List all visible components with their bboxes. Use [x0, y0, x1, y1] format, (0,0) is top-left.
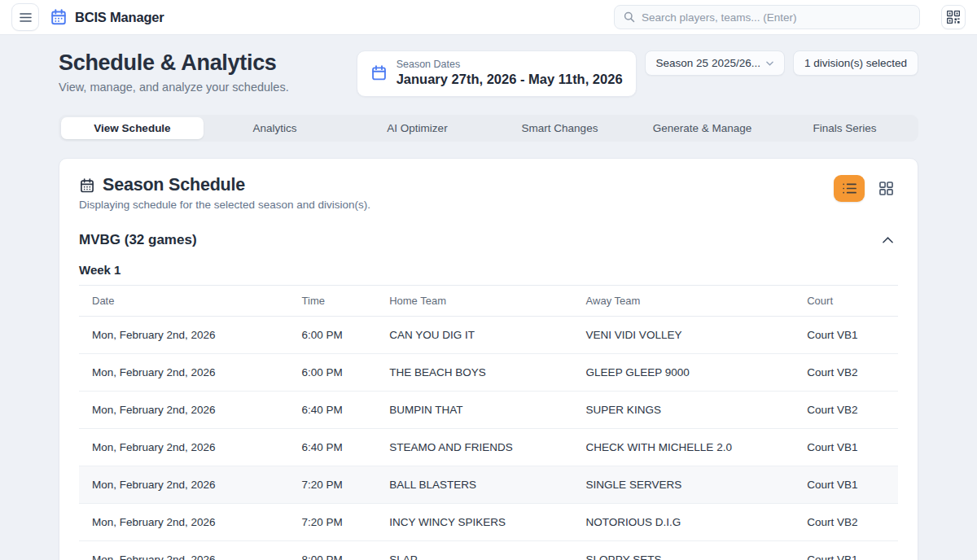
app-title: BCIS Manager — [75, 10, 164, 25]
brand: BCIS Manager — [50, 8, 164, 26]
card-title: Season Schedule — [103, 175, 245, 195]
cell-time: 8:00 PM — [289, 541, 377, 560]
table-row[interactable]: Mon, February 2nd, 2026 6:00 PM CAN YOU … — [79, 317, 898, 354]
table-row[interactable]: Mon, February 2nd, 2026 7:20 PM INCY WIN… — [79, 504, 898, 541]
chevron-up-icon — [883, 237, 893, 243]
search-input[interactable] — [642, 11, 910, 24]
tab-analytics[interactable]: Analytics — [204, 117, 346, 139]
season-select[interactable]: Season 25 2025/26... — [645, 50, 785, 76]
table-row[interactable]: Mon, February 2nd, 2026 6:40 PM STEAMO A… — [79, 429, 898, 466]
cell-away-team: VENI VIDI VOLLEY — [573, 317, 795, 354]
search-icon — [624, 11, 635, 23]
schedule-calendar-icon — [79, 177, 95, 194]
week-title: Week 1 — [79, 263, 898, 277]
cell-date: Mon, February 2nd, 2026 — [79, 466, 289, 504]
cell-date: Mon, February 2nd, 2026 — [79, 504, 289, 541]
division-select-value: 1 division(s) selected — [804, 57, 907, 69]
cell-home-team: SLAP — [376, 541, 572, 560]
cell-home-team: INCY WINCY SPIKERS — [376, 504, 572, 541]
cell-time: 6:40 PM — [289, 392, 377, 429]
list-view-button[interactable] — [834, 175, 865, 202]
cell-away-team: CHECK WITH MICHELLE 2.0 — [573, 429, 795, 466]
cell-date: Mon, February 2nd, 2026 — [79, 354, 289, 392]
table-row[interactable]: Mon, February 2nd, 2026 8:00 PM SLAP SLO… — [79, 541, 898, 560]
season-dates-value: January 27th, 2026 - May 11th, 2026 — [396, 72, 623, 87]
schedule-table: Date Time Home Team Away Team Court Mon,… — [79, 285, 898, 560]
cell-away-team: SUPER KINGS — [573, 392, 795, 429]
tab-bar: View Schedule Analytics AI Optimizer Sma… — [59, 115, 918, 142]
page-header: Schedule & Analytics View, manage, and a… — [59, 50, 289, 94]
cell-home-team: CAN YOU DIG IT — [376, 317, 572, 354]
table-row[interactable]: Mon, February 2nd, 2026 7:20 PM BALL BLA… — [79, 466, 898, 504]
app-bar: BCIS Manager — [0, 0, 977, 35]
cell-time: 7:20 PM — [289, 504, 377, 541]
chevron-down-icon — [766, 61, 773, 66]
scan-button[interactable] — [941, 5, 966, 29]
page-title: Schedule & Analytics — [59, 50, 289, 76]
cell-date: Mon, February 2nd, 2026 — [79, 541, 289, 560]
cell-home-team: BALL BLASTERS — [376, 466, 572, 504]
cell-away-team: GLEEP GLEEP 9000 — [573, 354, 795, 392]
cell-away-team: NOTORIOUS D.I.G — [573, 504, 795, 541]
hamburger-icon — [20, 12, 32, 23]
cell-away-team: SLOPPY SETS — [573, 541, 795, 560]
season-dates-calendar-icon — [370, 64, 388, 81]
division-group-title: MVBG (32 games) — [79, 232, 197, 248]
cell-away-team: SINGLE SERVERS — [573, 466, 795, 504]
cell-court: Court VB1 — [794, 429, 898, 466]
cell-court: Court VB1 — [794, 541, 898, 560]
table-row[interactable]: Mon, February 2nd, 2026 6:00 PM THE BEAC… — [79, 354, 898, 392]
cell-home-team: BUMPIN THAT — [376, 392, 572, 429]
brand-calendar-icon — [50, 8, 68, 26]
cell-court: Court VB1 — [794, 466, 898, 504]
cell-home-team: THE BEACH BOYS — [376, 354, 572, 392]
cell-court: Court VB2 — [794, 392, 898, 429]
collapse-section-button[interactable] — [878, 235, 898, 245]
grid-icon — [879, 182, 893, 195]
season-schedule-card: Season Schedule Displaying schedule for … — [59, 158, 918, 560]
col-time: Time — [289, 286, 377, 317]
cell-time: 6:40 PM — [289, 429, 377, 466]
tab-finals-series[interactable]: Finals Series — [773, 117, 916, 139]
cell-home-team: STEAMO AND FRIENDS — [376, 429, 572, 466]
col-home-team: Home Team — [376, 286, 572, 317]
cell-date: Mon, February 2nd, 2026 — [79, 317, 289, 354]
tab-smart-changes[interactable]: Smart Changes — [488, 117, 631, 139]
cell-time: 6:00 PM — [289, 354, 377, 392]
cell-court: Court VB1 — [794, 317, 898, 354]
tab-view-schedule[interactable]: View Schedule — [61, 117, 204, 139]
menu-button[interactable] — [11, 3, 39, 31]
col-away-team: Away Team — [573, 286, 795, 317]
table-header-row: Date Time Home Team Away Team Court — [79, 286, 898, 317]
col-court: Court — [794, 286, 898, 317]
cell-court: Court VB2 — [794, 354, 898, 392]
cell-court: Court VB2 — [794, 504, 898, 541]
division-select[interactable]: 1 division(s) selected — [793, 50, 918, 76]
season-select-value: Season 25 2025/26... — [656, 57, 760, 69]
view-toggle — [834, 175, 898, 202]
season-dates-card: Season Dates January 27th, 2026 - May 11… — [357, 50, 637, 97]
search-box[interactable] — [614, 5, 920, 29]
page-subtitle: View, manage, and analyze your schedules… — [59, 81, 289, 94]
season-dates-label: Season Dates — [396, 59, 623, 70]
cell-date: Mon, February 2nd, 2026 — [79, 392, 289, 429]
grid-view-button[interactable] — [874, 177, 898, 201]
tab-ai-optimizer[interactable]: AI Optimizer — [346, 117, 488, 139]
cell-time: 7:20 PM — [289, 466, 377, 504]
table-row[interactable]: Mon, February 2nd, 2026 6:40 PM BUMPIN T… — [79, 392, 898, 429]
page-content: Schedule & Analytics View, manage, and a… — [0, 35, 977, 560]
qr-code-icon — [947, 11, 960, 24]
card-subtitle: Displaying schedule for the selected sea… — [79, 199, 370, 211]
list-icon — [843, 182, 857, 195]
col-date: Date — [79, 286, 289, 317]
cell-time: 6:00 PM — [289, 317, 377, 354]
cell-date: Mon, February 2nd, 2026 — [79, 429, 289, 466]
tab-generate-manage[interactable]: Generate & Manage — [631, 117, 773, 139]
